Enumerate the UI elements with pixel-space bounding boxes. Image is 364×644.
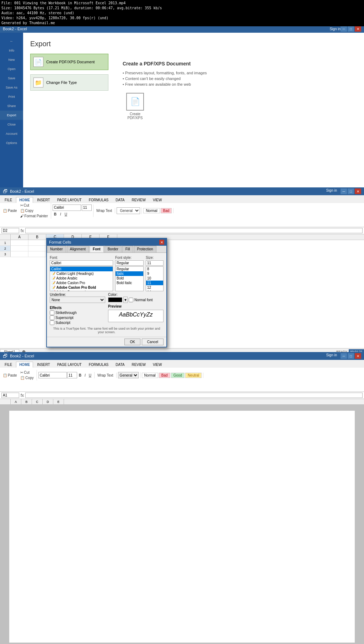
bold-button-mid[interactable]: B	[53, 212, 58, 217]
font-name-list[interactable]: Calibri 📝 Calibri Light (Headings) 📝 Ado…	[50, 266, 113, 291]
cut-button-mid[interactable]: ✂ Cut	[19, 203, 49, 208]
style-list-item[interactable]: Italic	[116, 271, 143, 276]
tab-data-mid[interactable]: DATA	[112, 197, 128, 203]
blank-sheet-inner[interactable]	[9, 411, 355, 643]
tab-file-bot[interactable]: FILE	[1, 362, 15, 368]
nav-close[interactable]: Close	[0, 120, 23, 129]
wrap-text-button-bot[interactable]: Wrap Text	[96, 373, 115, 378]
style-bad-bot[interactable]: Bad	[159, 373, 170, 378]
style-normal-bot[interactable]: Normal	[142, 373, 158, 378]
close-button-mid[interactable]: ✕	[355, 188, 361, 194]
nav-save[interactable]: Save	[0, 74, 23, 83]
restore-button-bot[interactable]: □	[348, 353, 354, 359]
paste-button-mid[interactable]: 📋Paste	[1, 208, 18, 213]
font-size-input[interactable]	[146, 260, 164, 266]
font-list-item[interactable]: 📝 Adobe Caslon Pro	[50, 281, 113, 285]
sign-in-top[interactable]: Sign in	[330, 27, 341, 31]
strikethrough-checkbox[interactable]	[50, 310, 54, 315]
italic-button-bot[interactable]: I	[83, 373, 87, 378]
underline-select[interactable]: None	[50, 297, 105, 303]
nav-new[interactable]: New	[0, 55, 23, 64]
subscript-checkbox[interactable]	[50, 320, 54, 325]
cut-button-bot[interactable]: ✂ Cut	[19, 370, 35, 375]
style-list-item[interactable]: Bold Italic	[116, 281, 143, 285]
tab-view-bot[interactable]: VIEW	[150, 362, 165, 368]
font-name-input[interactable]	[50, 260, 113, 266]
close-button-top[interactable]: ✕	[355, 26, 361, 32]
create-pdf-button-area[interactable]: 📄 Create PDF/XPS	[123, 93, 148, 120]
formula-input-mid[interactable]	[25, 228, 363, 233]
sign-in-bot[interactable]: Sign in	[326, 353, 337, 359]
tab-insert-mid[interactable]: INSERT	[34, 197, 53, 203]
normal-font-checkbox[interactable]	[129, 298, 133, 302]
tab-formulas-bot[interactable]: FORMULAS	[86, 362, 112, 368]
size-list-item[interactable]: 8	[146, 267, 163, 271]
style-list-item[interactable]: Regular	[116, 267, 143, 271]
minimize-button-bot[interactable]: ─	[341, 353, 347, 359]
color-dropdown-button[interactable]: ▼	[123, 297, 128, 303]
ok-button[interactable]: OK	[124, 339, 140, 345]
font-selector-mid[interactable]	[53, 204, 81, 211]
restore-button-mid[interactable]: □	[348, 188, 354, 194]
nav-print[interactable]: Print	[0, 92, 23, 101]
restore-button-top[interactable]: □	[348, 26, 354, 32]
size-list-item[interactable]: 12	[146, 285, 163, 290]
color-swatch[interactable]	[108, 297, 122, 302]
font-size-mid[interactable]	[82, 204, 92, 211]
font-style-list[interactable]: Regular Italic Bold Bold Italic	[115, 266, 144, 291]
nav-export[interactable]: Export	[0, 111, 23, 120]
sign-in-mid[interactable]: Sign in	[326, 188, 337, 194]
create-pdf-option[interactable]: 📄 Create PDF/XPS Document	[30, 54, 108, 70]
wrap-text-button-mid[interactable]: Wrap Text	[95, 208, 114, 213]
nav-save-as[interactable]: Save As	[0, 83, 23, 92]
tab-formulas-mid[interactable]: FORMULAS	[86, 197, 112, 203]
size-list-item[interactable]: 9	[146, 271, 163, 276]
number-format-select-mid[interactable]: General	[117, 207, 140, 214]
dialog-tab-protection[interactable]: Protection	[134, 246, 156, 252]
minimize-button-mid[interactable]: ─	[341, 188, 347, 194]
style-list-item[interactable]: Bold	[116, 276, 143, 281]
size-list-item[interactable]: 11	[146, 281, 163, 285]
italic-button-mid[interactable]: I	[59, 212, 63, 217]
font-list-item[interactable]: 📝 Adobe Arabic	[50, 276, 113, 281]
name-box-bot[interactable]	[1, 393, 19, 398]
size-list-item[interactable]: 14	[146, 290, 163, 291]
paste-button-bot[interactable]: 📋Paste	[1, 373, 18, 378]
font-size-list[interactable]: 8 9 10 11 12 14	[146, 266, 164, 291]
style-bad-mid[interactable]: Bad	[161, 208, 172, 213]
nav-account[interactable]: Account	[0, 129, 23, 138]
underline-button-bot[interactable]: U	[87, 373, 93, 378]
tab-home-bot[interactable]: HOME	[16, 362, 33, 368]
superscript-checkbox[interactable]	[50, 315, 54, 320]
format-painter-button-mid[interactable]: 🖌 Format Painter	[19, 213, 49, 219]
style-neutral-bot[interactable]: Neutral	[185, 373, 202, 378]
font-list-item[interactable]: Calibri	[50, 267, 113, 271]
underline-button-mid[interactable]: U	[63, 212, 69, 217]
tab-review-mid[interactable]: REVIEW	[128, 197, 149, 203]
dialog-tab-font[interactable]: Font	[90, 246, 104, 252]
dialog-tab-number[interactable]: Number	[47, 246, 66, 252]
tab-view-mid[interactable]: VIEW	[150, 197, 165, 203]
copy-button-mid[interactable]: 📋 Copy	[19, 208, 49, 213]
bold-button-bot[interactable]: B	[77, 373, 83, 378]
copy-button-bot[interactable]: 📋 Copy	[19, 375, 35, 380]
close-button-bot[interactable]: ✕	[355, 353, 361, 359]
minimize-button-top[interactable]: ─	[341, 26, 347, 32]
dialog-close-button[interactable]: ✕	[159, 240, 164, 245]
tab-review-bot[interactable]: REVIEW	[128, 362, 149, 368]
nav-info[interactable]: Info	[0, 46, 23, 55]
tab-pagelayout-mid[interactable]: PAGE LAYOUT	[54, 197, 85, 203]
size-list-item[interactable]: 10	[146, 276, 163, 281]
nav-back[interactable]: ←	[0, 36, 23, 46]
dialog-tab-alignment[interactable]: Alignment	[67, 246, 89, 252]
tab-data-bot[interactable]: DATA	[112, 362, 128, 368]
font-style-input[interactable]	[115, 260, 144, 266]
nav-options[interactable]: Options	[0, 138, 23, 148]
tab-file-mid[interactable]: FILE	[1, 197, 15, 203]
number-format-select-bot[interactable]: General	[118, 372, 139, 378]
formula-input-bot[interactable]	[25, 393, 363, 398]
font-list-item[interactable]: 📝 Adobe Caslon Pro Bold	[50, 285, 113, 290]
create-pdf-icon[interactable]: 📄	[126, 93, 144, 111]
tab-insert-bot[interactable]: INSERT	[34, 362, 53, 368]
dialog-tab-border[interactable]: Border	[105, 246, 122, 252]
